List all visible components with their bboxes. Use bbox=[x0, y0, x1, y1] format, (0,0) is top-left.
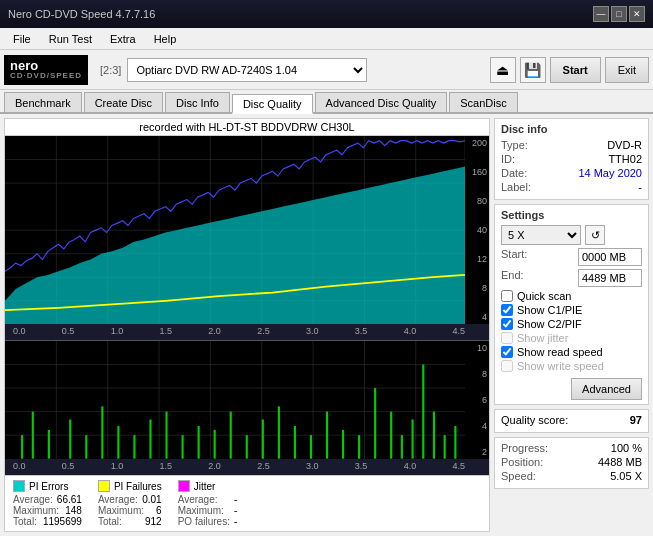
jitter-max: - bbox=[234, 505, 237, 516]
start-input[interactable] bbox=[578, 248, 642, 266]
lower-chart-svg bbox=[5, 341, 465, 459]
disc-type-row: Type: DVD-R bbox=[501, 139, 642, 151]
tab-discquality[interactable]: Disc Quality bbox=[232, 94, 313, 114]
exit-button[interactable]: Exit bbox=[605, 57, 649, 83]
svg-rect-29 bbox=[32, 412, 34, 459]
quality-panel: Quality score: 97 bbox=[494, 409, 649, 433]
legend-pierrors: PI Errors Average: 66.61 Maximum: 148 To… bbox=[13, 480, 82, 527]
lower-x-axis: 0.0 0.5 1.0 1.5 2.0 2.5 3.0 3.5 4.0 4.5 bbox=[5, 459, 489, 475]
svg-rect-32 bbox=[85, 435, 87, 459]
svg-rect-52 bbox=[401, 435, 403, 459]
quality-score-label: Quality score: bbox=[501, 414, 568, 426]
pifailures-total: 912 bbox=[145, 516, 162, 527]
showc1pie-label: Show C1/PIE bbox=[517, 304, 582, 316]
chart-area: recorded with HL-DT-ST BDDVDRW CH30L bbox=[4, 118, 490, 532]
disc-info-title: Disc info bbox=[501, 123, 642, 135]
eject-icon[interactable]: ⏏ bbox=[490, 57, 516, 83]
po-failures-label: PO failures: bbox=[178, 516, 230, 527]
pifailures-avg: 0.01 bbox=[142, 494, 161, 505]
end-label: End: bbox=[501, 269, 524, 287]
position-row: Position: 4488 MB bbox=[501, 456, 642, 468]
start-label: Start: bbox=[501, 248, 527, 266]
menu-extra[interactable]: Extra bbox=[101, 30, 145, 48]
svg-rect-28 bbox=[21, 435, 23, 459]
showreadspeed-checkbox[interactable] bbox=[501, 346, 513, 358]
svg-rect-55 bbox=[433, 412, 435, 459]
disc-label-row: Label: - bbox=[501, 181, 642, 193]
svg-rect-43 bbox=[262, 420, 264, 459]
quality-score-row: Quality score: 97 bbox=[501, 414, 642, 426]
charts-wrapper: 200 160 80 40 12 8 4 0.0 0.5 1.0 1.5 2.0… bbox=[5, 136, 489, 475]
po-failures-value: - bbox=[234, 516, 237, 527]
drive-selector: [2:3] Optiarc DVD RW AD-7240S 1.04 bbox=[100, 58, 486, 82]
speed-row-progress: Speed: 5.05 X bbox=[501, 470, 642, 482]
toolbar: nero CD·DVD/SPEED [2:3] Optiarc DVD RW A… bbox=[0, 50, 653, 90]
svg-rect-50 bbox=[374, 388, 376, 459]
showwritespeed-checkbox[interactable] bbox=[501, 360, 513, 372]
showc1pie-checkbox[interactable] bbox=[501, 304, 513, 316]
svg-rect-48 bbox=[342, 430, 344, 459]
legend-jitter: Jitter Average: - Maximum: - PO failures… bbox=[178, 480, 238, 527]
svg-rect-57 bbox=[454, 426, 456, 459]
end-input[interactable] bbox=[578, 269, 642, 287]
title-bar: Nero CD-DVD Speed 4.7.7.16 — □ ✕ bbox=[0, 0, 653, 28]
pierrors-label: PI Errors bbox=[29, 481, 68, 492]
menu-file[interactable]: File bbox=[4, 30, 40, 48]
lower-y-labels: 10 8 6 4 2 bbox=[465, 341, 489, 459]
settings-title: Settings bbox=[501, 209, 642, 221]
tab-createdisc[interactable]: Create Disc bbox=[84, 92, 163, 112]
showc1pie-row: Show C1/PIE bbox=[501, 304, 642, 316]
disc-info-panel: Disc info Type: DVD-R ID: TTH02 Date: 14… bbox=[494, 118, 649, 200]
quality-score-value: 97 bbox=[630, 414, 642, 426]
upper-y-labels: 200 160 80 40 12 8 4 bbox=[465, 136, 489, 324]
showjitter-checkbox[interactable] bbox=[501, 332, 513, 344]
disc-date-row: Date: 14 May 2020 bbox=[501, 167, 642, 179]
disc-id-label: ID: bbox=[501, 153, 515, 165]
save-icon[interactable]: 💾 bbox=[520, 57, 546, 83]
showc2pif-checkbox[interactable] bbox=[501, 318, 513, 330]
svg-rect-30 bbox=[48, 430, 50, 459]
pierrors-avg-row: Average: 66.61 bbox=[13, 494, 82, 505]
svg-rect-34 bbox=[117, 426, 119, 459]
showc2pif-row: Show C2/PIF bbox=[501, 318, 642, 330]
pierrors-color bbox=[13, 480, 25, 492]
disc-type-value: DVD-R bbox=[607, 139, 642, 151]
tab-advanceddiscquality[interactable]: Advanced Disc Quality bbox=[315, 92, 448, 112]
jitter-avg-row: Average: - bbox=[178, 494, 238, 505]
drive-combo[interactable]: Optiarc DVD RW AD-7240S 1.04 bbox=[127, 58, 367, 82]
speed-select[interactable]: 5 X bbox=[501, 225, 581, 245]
upper-x-axis: 0.0 0.5 1.0 1.5 2.0 2.5 3.0 3.5 4.0 4.5 bbox=[5, 324, 489, 340]
pifailures-color bbox=[98, 480, 110, 492]
disc-date-value: 14 May 2020 bbox=[578, 167, 642, 179]
maximize-button[interactable]: □ bbox=[611, 6, 627, 22]
tab-benchmark[interactable]: Benchmark bbox=[4, 92, 82, 112]
start-button[interactable]: Start bbox=[550, 57, 601, 83]
minimize-button[interactable]: — bbox=[593, 6, 609, 22]
advanced-button[interactable]: Advanced bbox=[571, 378, 642, 400]
svg-rect-42 bbox=[246, 435, 248, 459]
position-label: Position: bbox=[501, 456, 543, 468]
menu-runtest[interactable]: Run Test bbox=[40, 30, 101, 48]
jitter-avg: - bbox=[234, 494, 237, 505]
pifailures-avg-row: Average: 0.01 bbox=[98, 494, 162, 505]
svg-rect-37 bbox=[165, 412, 167, 459]
svg-rect-38 bbox=[182, 435, 184, 459]
svg-rect-39 bbox=[198, 426, 200, 459]
showreadspeed-row: Show read speed bbox=[501, 346, 642, 358]
quickscan-checkbox[interactable] bbox=[501, 290, 513, 302]
svg-rect-35 bbox=[133, 435, 135, 459]
jitter-label: Jitter bbox=[194, 481, 216, 492]
pierrors-max-row: Maximum: 148 bbox=[13, 505, 82, 516]
pierrors-total-row: Total: 1195699 bbox=[13, 516, 82, 527]
speed-value: 5.05 X bbox=[610, 470, 642, 482]
tab-scandisc[interactable]: ScanDisc bbox=[449, 92, 517, 112]
disc-type-label: Type: bbox=[501, 139, 528, 151]
svg-rect-56 bbox=[444, 435, 446, 459]
progress-value: 100 % bbox=[611, 442, 642, 454]
close-button[interactable]: ✕ bbox=[629, 6, 645, 22]
menu-help[interactable]: Help bbox=[145, 30, 186, 48]
refresh-speed-icon[interactable]: ↺ bbox=[585, 225, 605, 245]
menu-bar: File Run Test Extra Help bbox=[0, 28, 653, 50]
svg-rect-40 bbox=[214, 430, 216, 459]
tab-discinfo[interactable]: Disc Info bbox=[165, 92, 230, 112]
